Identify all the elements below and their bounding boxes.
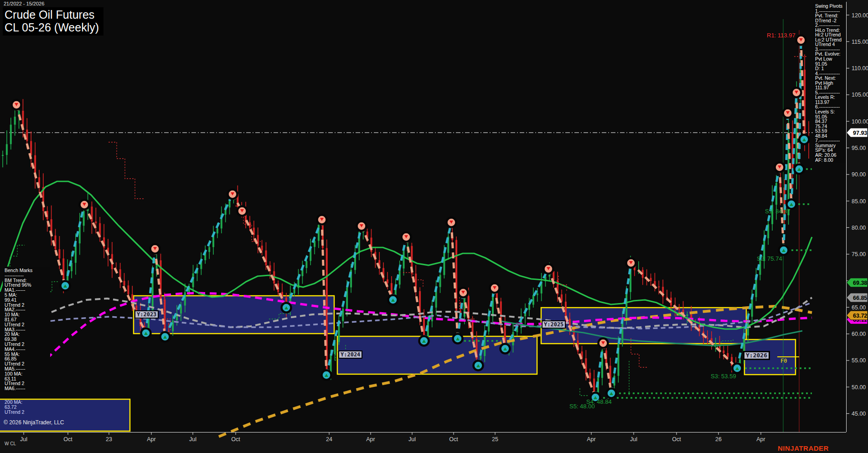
price-tick-label: 100.00 <box>852 118 868 125</box>
price-tick-label: 115.00 <box>852 39 868 45</box>
time-tick-label: 24 <box>326 436 332 443</box>
time-tick-label: Oct <box>672 436 681 443</box>
price-tick-label: 85.00 <box>852 198 866 205</box>
time-tick-label: Apr <box>366 436 375 443</box>
annotation-y2025[interactable]: Y:2025 <box>542 320 566 329</box>
chart-title: Crude Oil Futures CL 05-26 (Weekly) <box>3 7 103 36</box>
date-range-label: 21/2022 - 15/2026 <box>4 1 44 6</box>
chart-window: 120.00115.00110.00105.00100.0095.0090.00… <box>0 0 868 453</box>
price-tick-label: 120.00 <box>852 12 868 19</box>
time-tick-label: Jul <box>189 436 196 443</box>
price-tick-label: 60.00 <box>852 331 866 337</box>
price-chart[interactable]: 120.00115.00110.00105.00100.0095.0090.00… <box>0 0 868 453</box>
time-tick-label: Oct <box>63 436 72 443</box>
time-tick-label: Apr <box>756 436 765 443</box>
time-tick-label: Oct <box>231 436 240 443</box>
time-tick-label: Oct <box>449 436 458 443</box>
time-tick-label: Apr <box>587 436 595 443</box>
price-tick-label: 80.00 <box>852 225 866 231</box>
chart-title-contract: CL 05-26 (Weekly) <box>5 21 99 34</box>
annotation-s1: S1: 84.37 <box>765 208 790 215</box>
annotation-s3: S3: 53.59 <box>711 373 736 380</box>
bench-marks-panel: Bench Marks ------------ BM Trend: UTren… <box>3 267 50 392</box>
bench-marks-200ma: 200 MA: 63.72 UTrend 2 <box>5 400 24 414</box>
time-tick-label: Jul <box>630 436 637 443</box>
time-tick-label: 25 <box>492 436 498 443</box>
price-tick-label: 75.00 <box>852 251 866 257</box>
price-tick-label: 90.00 <box>852 171 866 178</box>
copyright-label: © 2026 NinjaTrader, LLC <box>4 419 64 426</box>
svg-text:69.38: 69.38 <box>853 280 867 286</box>
time-tick-label: Jul <box>408 436 416 443</box>
annotation-y2026[interactable]: Y:2026 <box>743 351 770 360</box>
price-tick-label: 50.00 <box>852 384 866 391</box>
time-tick-label: 26 <box>715 436 722 443</box>
svg-text:63.72: 63.72 <box>853 313 867 319</box>
annotation-y2024[interactable]: Y:2024 <box>338 350 362 359</box>
svg-text:97.93: 97.93 <box>853 130 867 136</box>
time-tick-label: 23 <box>106 436 112 443</box>
price-tick-label: 45.00 <box>852 411 866 417</box>
time-tick-label: Apr <box>147 436 155 443</box>
instrument-label: W CL <box>5 441 16 446</box>
annotation-s2: S2: 75.74 <box>757 255 782 262</box>
price-tick-label: 55.00 <box>852 357 866 364</box>
time-axis: JulOct23AprJulOct24AprJulOct25AprJulOct2… <box>20 432 765 443</box>
time-tick-label: Jul <box>20 436 27 443</box>
price-tick-label: 65.00 <box>852 304 866 311</box>
price-tick-label: 105.00 <box>852 92 868 98</box>
chart-title-instrument: Crude Oil Futures <box>5 8 99 21</box>
ninjatrader-logo: NINJATRADER <box>778 444 829 452</box>
swing-pivots-panel: Swing Pivots 1.------------- Pvt. Trend:… <box>813 3 846 163</box>
annotation-y2023[interactable]: Y:2023 <box>134 310 159 319</box>
annotation-s5: S5: 48.00 <box>569 403 595 410</box>
svg-text:66.85: 66.85 <box>853 295 867 301</box>
price-tick-label: 95.00 <box>852 145 866 151</box>
annotation-r1: R1: 113.97 <box>767 32 796 39</box>
price-tick-label: 110.00 <box>852 65 868 72</box>
annotation-f0: F0 <box>780 358 787 364</box>
